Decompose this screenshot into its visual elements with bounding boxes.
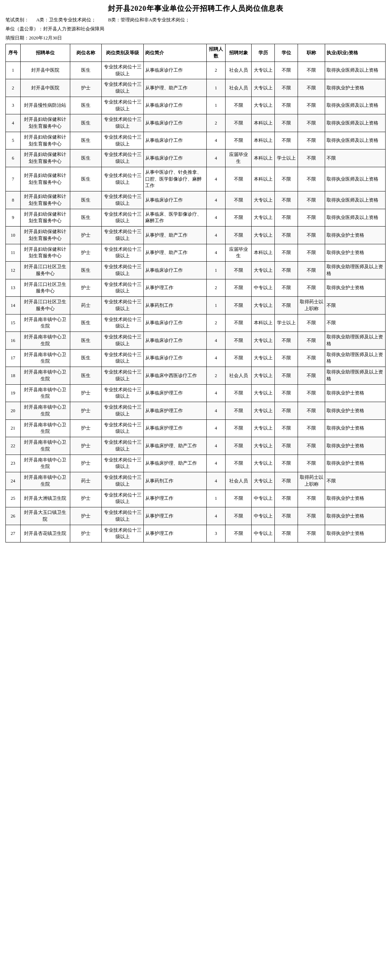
cell-post-name: 护士 <box>70 420 102 437</box>
cell-target: 不限 <box>225 226 252 244</box>
cell-edu2: 不限 <box>275 191 298 209</box>
meta-date: 填报日期：2020年12月30日 <box>5 34 386 42</box>
table-row: 19封开县南丰镇中心卫生院护士专业技术岗位十三级以上从事临床护理工作4不限大专以… <box>6 384 386 402</box>
cell-num: 4 <box>206 402 225 420</box>
cell-edu1: 大专以上 <box>252 79 275 97</box>
cell-unit: 封开县妇幼保健和计划生育服务中心 <box>20 209 70 226</box>
cell-num: 1 <box>206 490 225 508</box>
cell-edu2: 不限 <box>275 97 298 115</box>
cell-title: 不限 <box>298 226 325 244</box>
cell-unit: 封开县南丰镇中心卫生院 <box>20 402 70 420</box>
cell-seq: 16 <box>6 332 21 350</box>
cell-target: 不限 <box>225 525 252 542</box>
cell-num: 4 <box>206 349 225 367</box>
cell-num: 2 <box>206 62 225 79</box>
cell-seq: 7 <box>6 167 21 191</box>
header-num: 招聘人数 <box>206 44 225 62</box>
page-title: 封开县2020年事业单位公开招聘工作人员岗位信息表 <box>5 4 386 13</box>
cell-edu2: 不限 <box>275 62 298 79</box>
cell-post-name: 护士 <box>70 508 102 525</box>
cell-edu1: 大专以上 <box>252 97 275 115</box>
cell-post-name: 护士 <box>70 490 102 508</box>
cell-seq: 11 <box>6 244 21 262</box>
cell-cert: 取得执业医师及以上资格 <box>325 97 386 115</box>
cell-target: 不限 <box>225 384 252 402</box>
cell-unit: 封开县大玉口镇卫生院 <box>20 508 70 525</box>
cell-post-name: 药士 <box>70 297 102 315</box>
cell-title: 不限 <box>298 402 325 420</box>
cell-edu2: 不限 <box>275 420 298 437</box>
cell-unit: 封开县中医院 <box>20 79 70 97</box>
cell-num: 4 <box>206 508 225 525</box>
cell-num: 4 <box>206 384 225 402</box>
cell-post-name: 医生 <box>70 262 102 279</box>
cell-intro: 从事临床诊疗工作 <box>144 150 207 167</box>
cell-post-type: 专业技术岗位十三级以上 <box>102 62 144 79</box>
cell-intro: 从事临床护理、助产工作 <box>144 455 207 472</box>
cell-edu1: 大专以上 <box>252 191 275 209</box>
cell-edu2: 不限 <box>275 132 298 150</box>
cell-cert: 取得执业医师及以上资格 <box>325 209 386 226</box>
cell-seq: 8 <box>6 191 21 209</box>
cell-num: 2 <box>206 279 225 297</box>
cell-seq: 1 <box>6 62 21 79</box>
cell-unit: 封开县妇幼保健和计划生育服务中心 <box>20 244 70 262</box>
exam-type-label: 笔试类别： <box>5 17 29 22</box>
cell-title: 不限 <box>298 209 325 226</box>
cell-edu1: 大专以上 <box>252 349 275 367</box>
cell-post-type: 专业技术岗位十三级以上 <box>102 490 144 508</box>
cell-cert: 不限 <box>325 150 386 167</box>
table-row: 7封开县妇幼保健和计划生育服务中心医生专业技术岗位十三级以上从事中医诊疗、针灸推… <box>6 167 386 191</box>
cell-title: 不限 <box>298 262 325 279</box>
cell-cert: 不限 <box>325 297 386 315</box>
cell-post-name: 医生 <box>70 349 102 367</box>
cell-post-type: 专业技术岗位十三级以上 <box>102 314 144 332</box>
cell-post-type: 专业技术岗位十三级以上 <box>102 472 144 490</box>
cell-target: 不限 <box>225 209 252 226</box>
cell-title: 不限 <box>298 279 325 297</box>
cell-edu1: 中专以上 <box>252 525 275 542</box>
cell-seq: 18 <box>6 367 21 385</box>
cell-cert: 取得执业护士资格 <box>325 508 386 525</box>
cell-cert: 取得执业医师及以上资格 <box>325 191 386 209</box>
cell-post-name: 医生 <box>70 97 102 115</box>
cell-target: 应届毕业生 <box>225 244 252 262</box>
cell-edu2: 不限 <box>275 384 298 402</box>
table-header-row: 序号 招聘单位 岗位名称 岗位类别及等级 岗位简介 招聘人数 招聘对象 学历 学… <box>6 44 386 62</box>
cell-edu1: 中专以上 <box>252 508 275 525</box>
cell-cert: 取得执业护士资格 <box>325 244 386 262</box>
cell-cert: 取得执业助理医师及以上资格 <box>325 262 386 279</box>
cell-cert: 取得执业护士资格 <box>325 490 386 508</box>
table-row: 1封开县中医院医生专业技术岗位十三级以上从事临床诊疗工作2社会人员大专以上不限不… <box>6 62 386 79</box>
header-seq: 序号 <box>6 44 21 62</box>
cell-intro: 从事临床诊疗工作 <box>144 349 207 367</box>
cell-post-name: 药士 <box>70 472 102 490</box>
cell-seq: 26 <box>6 508 21 525</box>
table-row: 9封开县妇幼保健和计划生育服务中心医生专业技术岗位十三级以上从事临床、医学影像诊… <box>6 209 386 226</box>
cell-edu2: 不限 <box>275 209 298 226</box>
cell-target: 不限 <box>225 332 252 350</box>
cell-intro: 从事临床护理、助产工作 <box>144 437 207 455</box>
job-table: 序号 招聘单位 岗位名称 岗位类别及等级 岗位简介 招聘人数 招聘对象 学历 学… <box>5 44 386 542</box>
cell-post-type: 专业技术岗位十三级以上 <box>102 297 144 315</box>
cell-edu1: 大专以上 <box>252 262 275 279</box>
cell-title: 不限 <box>298 367 325 385</box>
cell-post-type: 专业技术岗位十三级以上 <box>102 402 144 420</box>
cell-edu1: 本科以上 <box>252 314 275 332</box>
cell-edu1: 大专以上 <box>252 209 275 226</box>
cell-intro: 从事临床护理工作 <box>144 420 207 437</box>
cell-unit: 封开县中医院 <box>20 62 70 79</box>
cell-target: 应届毕业生 <box>225 150 252 167</box>
header-edu1: 学历 <box>252 44 275 62</box>
cell-num: 2 <box>206 115 225 132</box>
cell-unit: 封开县南丰镇中心卫生院 <box>20 420 70 437</box>
cell-post-type: 专业技术岗位十三级以上 <box>102 191 144 209</box>
cell-target: 不限 <box>225 132 252 150</box>
cell-title: 不限 <box>298 115 325 132</box>
cell-edu1: 大专以上 <box>252 472 275 490</box>
cell-post-name: 医生 <box>70 62 102 79</box>
cell-intro: 从事临床诊疗工作 <box>144 132 207 150</box>
table-row: 10封开县妇幼保健和计划生育服务中心护士专业技术岗位十三级以上从事护理、助产工作… <box>6 226 386 244</box>
table-row: 4封开县妇幼保健和计划生育服务中心医生专业技术岗位十三级以上从事临床诊疗工作2不… <box>6 115 386 132</box>
cell-edu1: 大专以上 <box>252 402 275 420</box>
